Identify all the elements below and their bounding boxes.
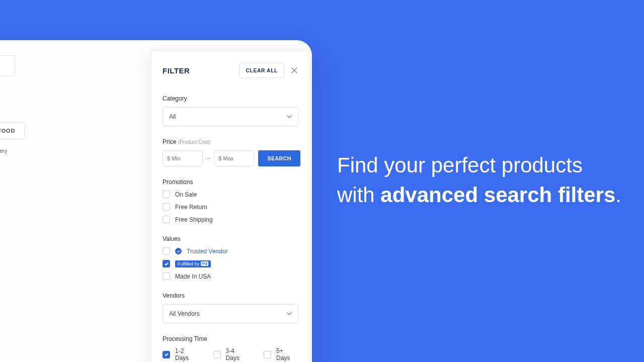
marketing-line2-prefix: with [337, 183, 380, 207]
checkbox-icon [163, 247, 170, 255]
category-pill[interactable]: FOOD [0, 122, 25, 139]
price-section: Price (Product Cost) ~ SEARCH [151, 131, 309, 171]
fulfilled-badge: Fulfilled by FG [175, 260, 211, 267]
app-window: ABIES BATH & BEAUTY HOME & GARDEN FOOD e… [0, 40, 312, 362]
marketing-line2-suffix: . [615, 183, 621, 207]
filter-title: FILTER [163, 66, 190, 75]
checkbox-icon [163, 203, 170, 211]
tag-item[interactable]: Lingerie / Hosiery [0, 148, 7, 154]
price-label: Price (Product Cost) [163, 138, 298, 145]
checkbox-checked-icon [163, 351, 170, 358]
filter-panel: FILTER CLEAR ALL Category All Price (Pro… [151, 50, 310, 362]
values-label: Values [163, 235, 298, 242]
processing-section: Processing Time 1-2 Days 3-4 Days 5+ Day… [151, 328, 309, 362]
chevron-down-icon [287, 311, 292, 316]
category-row: ABIES BATH & BEAUTY HOME & GARDEN FOOD [0, 122, 25, 139]
marketing-line1: Find your perfect products [337, 153, 583, 177]
close-icon[interactable] [290, 66, 298, 74]
checkbox-icon [213, 351, 221, 358]
checkbox-icon [264, 351, 271, 358]
checkbox-icon [163, 273, 170, 280]
filter-header: FILTER CLEAR ALL [151, 63, 309, 88]
value-trusted-vendor[interactable]: Trusted Vendor [163, 247, 298, 255]
marketing-headline: Find your perfect products with advanced… [337, 151, 621, 210]
processing-5plus[interactable]: 5+ Days [264, 347, 298, 361]
value-made-in-usa[interactable]: Made In USA [163, 273, 298, 280]
processing-1-2[interactable]: 1-2 Days [163, 347, 199, 361]
tag-row-1: enim Party Dresses Sets Swimwear Lingeri… [0, 148, 7, 154]
promo-on-sale[interactable]: On Sale [163, 191, 298, 198]
values-section: Values Trusted Vendor Fulfilled by FG [151, 228, 309, 285]
search-button[interactable]: SEARCH [258, 150, 300, 166]
price-min-input[interactable] [163, 150, 203, 166]
promotions-label: Promotions [163, 178, 298, 186]
processing-label: Processing Time [163, 335, 298, 342]
checkbox-icon [163, 191, 170, 198]
checkbox-checked-icon [163, 260, 170, 267]
clear-all-button[interactable]: CLEAR ALL [239, 63, 284, 78]
category-section: Category All [151, 88, 309, 131]
promotions-section: Promotions On Sale Free Return Free Ship… [151, 171, 309, 228]
tilde-icon: ~ [207, 155, 210, 161]
processing-3-4[interactable]: 3-4 Days [213, 347, 250, 361]
category-label: Category [163, 95, 298, 102]
vendors-label: Vendors [163, 292, 298, 299]
vendors-select[interactable]: All Vendors [163, 304, 298, 323]
promo-free-return[interactable]: Free Return [163, 203, 298, 211]
value-fulfilled-by[interactable]: Fulfilled by FG [163, 260, 298, 267]
trusted-icon [175, 248, 182, 254]
chevron-down-icon [287, 114, 292, 119]
marketing-line2-strong: advanced search filters [380, 183, 615, 207]
category-select[interactable]: All [163, 107, 298, 126]
price-max-input[interactable] [214, 150, 254, 166]
top-search-bar[interactable] [0, 55, 15, 76]
vendors-section: Vendors All Vendors [151, 285, 309, 328]
promo-free-shipping[interactable]: Free Shipping [163, 216, 298, 223]
checkbox-icon [163, 216, 170, 223]
